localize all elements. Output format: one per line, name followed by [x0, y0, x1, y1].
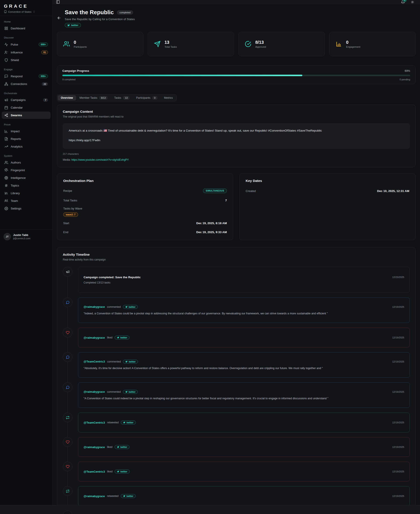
platform-badge[interactable]: twitter	[115, 336, 130, 339]
platform-badge[interactable]: twitter	[123, 360, 138, 364]
sidebar-item-intelligence[interactable]: Intelligence	[2, 174, 51, 182]
sidebar-item-label: Shield	[11, 58, 19, 62]
users-round-icon	[4, 199, 8, 203]
heart-icon	[63, 437, 72, 447]
sidebar-item-pulse[interactable]: Pulse 999+	[2, 41, 51, 48]
sidebar-item-connections[interactable]: Connections 22	[2, 80, 51, 88]
check-circle-icon	[245, 41, 251, 47]
sidebar-item-impact[interactable]: Impact	[2, 128, 51, 135]
sidebar-item-fingerprint[interactable]: Fingerprint	[2, 167, 51, 174]
org-switcher[interactable]: Convention of States	[4, 10, 48, 13]
sidebar-item-reports[interactable]: Reports	[2, 135, 51, 143]
tab-label: Member Tasks	[80, 96, 97, 99]
stat-value: 8/13	[255, 40, 266, 45]
notifications-button[interactable]: 5	[401, 0, 405, 4]
nav-section-orchestrate: Orchestrate	[4, 92, 48, 95]
sidebar-item-topics[interactable]: Topics	[2, 182, 51, 189]
milestone-title: Campaign completed: Save the Republic	[83, 276, 141, 279]
platform-badge[interactable]: twitter	[123, 305, 138, 309]
sidebar-item-library[interactable]: Library	[2, 190, 51, 197]
users-icon	[4, 161, 8, 164]
panel-left-toggle-icon[interactable]	[56, 0, 60, 4]
comment-icon	[63, 298, 72, 307]
comment-icon	[63, 352, 72, 362]
total-tasks-value: 7	[225, 199, 227, 202]
post-text: America's at a crossroads 🇺🇸 Tired of un…	[69, 129, 404, 133]
theme-toggle-button[interactable]	[411, 0, 414, 4]
timeline-action: commented	[107, 390, 121, 393]
brand-block: GRACE Convention of States	[0, 0, 52, 16]
timeline-user[interactable]: @raimabygrace	[83, 305, 105, 308]
platform-label: twitter	[127, 495, 134, 497]
timeline-user[interactable]: @raimabygrace	[83, 495, 105, 498]
progress-bar-fill	[62, 75, 302, 76]
media-link[interactable]: https://www.youtube.com/watch?v=olgAdEoh…	[71, 158, 129, 161]
platform-badge[interactable]: twitter	[121, 494, 136, 498]
bar-chart-icon	[336, 41, 342, 47]
activity-timeline-panel: Activity Timeline Real-time activity fro…	[57, 247, 416, 514]
stat-cards: 0 Participants 13 Total Tasks 8/13 App	[57, 32, 416, 56]
platform-badge[interactable]: twitter	[65, 23, 81, 27]
platform-badge[interactable]: twitter	[123, 390, 138, 394]
platform-label: twitter	[120, 446, 127, 448]
sidebar-item-swarms[interactable]: Swarms	[2, 112, 51, 119]
platform-label: twitter	[120, 336, 127, 339]
users-icon	[63, 41, 70, 47]
stat-label: Total Tasks	[165, 46, 177, 48]
target-icon	[4, 176, 8, 180]
sidebar-item-respond[interactable]: Respond 999+	[2, 72, 51, 80]
platform-badge[interactable]: twitter	[115, 445, 130, 449]
stat-card-total-tasks: 13 Total Tasks	[148, 32, 234, 56]
platform-badge[interactable]: twitter	[115, 469, 130, 474]
sidebar-item-label: Pulse	[11, 43, 18, 46]
tab-metrics[interactable]: Metrics	[161, 95, 176, 100]
tab-bar: Overview Member Tasks 8/13 Tasks 13 Part…	[57, 94, 177, 102]
sidebar-item-label: Topics	[11, 184, 19, 187]
topbar: 5	[52, 0, 420, 4]
end-value: Dec 19, 2025, 9:33 AM	[196, 230, 227, 234]
sidebar-item-calendar[interactable]: Calendar	[2, 104, 51, 111]
sidebar-item-analytics[interactable]: Analytics	[2, 143, 51, 150]
gear-icon	[4, 207, 8, 210]
tab-member-tasks[interactable]: Member Tasks 8/13	[76, 95, 111, 101]
sidebar-item-settings[interactable]: Settings	[2, 205, 51, 212]
sidebar-item-label: Authors	[11, 161, 21, 164]
sidebar-item-team[interactable]: Team	[2, 197, 51, 204]
user-profile[interactable]: JT Justin Tabb jt@centric3.com	[0, 230, 52, 243]
created-label: Created	[246, 189, 256, 193]
tab-overview[interactable]: Overview	[58, 95, 76, 100]
timeline-user[interactable]: @raimabygrace	[83, 336, 105, 339]
timeline-user[interactable]: @TeamCentric3	[83, 360, 105, 363]
timeline-item: @raimabygrace liked twitter 12/19/2025	[63, 328, 410, 347]
sidebar-item-dashboard[interactable]: Dashboard	[2, 25, 51, 32]
timeline-user[interactable]: @raimabygrace	[83, 445, 105, 449]
back-button[interactable]	[57, 16, 61, 27]
twitter-icon	[125, 306, 128, 308]
sidebar-item-campaigns[interactable]: Campaigns 7	[2, 96, 51, 104]
stat-label: Engagement	[346, 46, 360, 48]
nav-section-system: System	[4, 154, 48, 157]
sidebar-item-influence[interactable]: Influence 91	[2, 49, 51, 56]
nav-section-discover: Discover	[4, 36, 48, 39]
tab-participants[interactable]: Participants 0	[133, 95, 160, 101]
panel-subtitle: Real-time activity from this campaign	[63, 258, 410, 261]
platform-badge[interactable]: twitter	[121, 421, 136, 424]
sidebar-item-label: Team	[11, 199, 18, 202]
orchestration-plan-panel: Orchestration Plan Recipe SIMULTANEOUS T…	[57, 173, 233, 240]
timeline-action: retweeted	[107, 495, 119, 498]
timeline-user[interactable]: @TeamCentric3	[83, 470, 105, 473]
timeline-user[interactable]: @TeamCentric3	[83, 421, 105, 424]
timeline-date: 12/19/2025	[392, 446, 404, 448]
layout-grid-icon	[4, 26, 8, 30]
tab-tasks[interactable]: Tasks 13	[111, 95, 133, 101]
user-icon	[4, 51, 8, 54]
sidebar-item-authors[interactable]: Authors	[2, 159, 51, 166]
bar-chart-icon	[4, 129, 8, 133]
media-label: Media:	[63, 158, 71, 161]
chevrons-up-down-icon	[33, 10, 35, 13]
timeline-user[interactable]: @raimabygrace	[83, 390, 105, 393]
sidebar-item-shield[interactable]: Shield	[2, 56, 51, 64]
tab-count-badge: 0	[152, 96, 158, 100]
comment-body: "A Convention of States could indeed be …	[83, 396, 404, 401]
sidebar: GRACE Convention of States Home Dashboar…	[0, 0, 52, 505]
